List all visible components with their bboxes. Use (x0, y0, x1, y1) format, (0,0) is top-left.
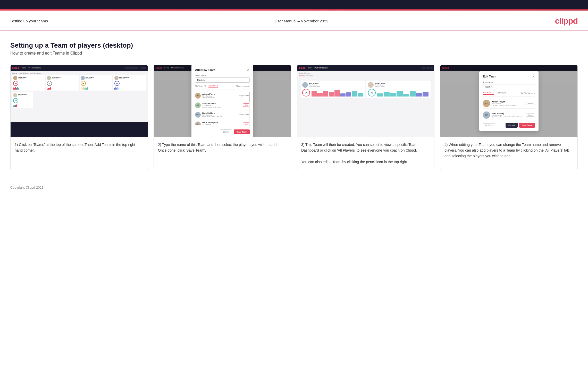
mock-search-bar (125, 67, 138, 69)
scrollbar-thumb (249, 92, 250, 102)
cards-row: clippd Home My Performance Seeing 4 out … (10, 65, 578, 170)
mock-player-card-3: Blair McHarg Plus Handicap 94 (80, 75, 112, 91)
player-row-3: BM Blair McHarg Plus Handicap Royal Nort… (195, 111, 250, 119)
edit-team-name-label: Team Name * (483, 81, 535, 83)
player-row-1: AP Adrian Player Plus Handicap The Shire… (195, 92, 250, 100)
save-team-button[interactable]: Save Team (234, 129, 250, 134)
player-avatar-4: DB (195, 121, 201, 125)
mock-nav-teams: My Performance (28, 67, 41, 69)
player-added-label-1: Player Added (239, 95, 250, 97)
player-avatar-2: AC (195, 102, 201, 108)
edit-team-modal: Edit Team ✕ Team Name * Team A My Team (… (479, 71, 539, 131)
mock-nav-1: clippd Home My Performance (11, 65, 148, 71)
edit-modal-tabs: My Team (2) All Players Filter by name (483, 91, 535, 97)
edit-cancel-button[interactable]: Cancel (506, 123, 518, 128)
mock-td-subtitle: Seeing 2 Players (299, 72, 433, 74)
card-1-screenshot: clippd Home My Performance Seeing 4 out … (11, 65, 148, 137)
mock-td-content: Seeing 2 Players My Team All Players (297, 71, 434, 102)
edit-team-name-input[interactable]: Team A (483, 84, 535, 89)
edit-player-row-2: BM Blair McHarg Plus Handicap Royal Nort… (483, 110, 535, 120)
modal-tabs: My Team (2) All Players Filter by name (195, 85, 250, 90)
mock-content-1: Seeing 4 out of 6 Players from All Playe… (11, 71, 148, 122)
modal-footer: Cancel Save Team (195, 129, 250, 134)
mock-td-tab-all: All Players (306, 75, 313, 77)
tab-all-players[interactable]: All Players (208, 85, 218, 88)
tab-my-team[interactable]: My Team (2) (195, 85, 206, 88)
mock-td-score-2: 72 (368, 89, 376, 97)
main-content: Setting up a Team of players (desktop) H… (0, 31, 588, 183)
mock-section-title: Seeing 4 out of 6 Players from All Playe… (12, 72, 146, 74)
card-3: clippd Home My Performance Seeing 2 Play… (297, 65, 434, 170)
edit-modal-close-icon[interactable]: ✕ (532, 75, 535, 78)
modal-title: Add New Team (195, 68, 215, 71)
mock-player-card-2: Adrian Collins Plus Handicap 0 (46, 75, 79, 91)
edit-tab-all-players[interactable]: All Players (496, 92, 506, 94)
header-section-title: Setting up your teams (10, 19, 48, 23)
footer: Copyright Clippd 2021 (0, 183, 588, 195)
modal-header: Add New Team ✕ (195, 68, 250, 72)
card-3-screenshot: clippd Home My Performance Seeing 2 Play… (297, 65, 434, 137)
card-3-text: 3) This Team will then be created. You c… (297, 137, 434, 170)
mock-td-player-2: Richard Butler Plus Handicap The Shire L… (366, 81, 431, 98)
player-info-3: Blair McHarg Plus Handicap Royal North D… (202, 112, 237, 117)
mock-td-graph-2 (377, 89, 429, 97)
mock-td-player-details-2: Richard Butler Plus Handicap The Shire L… (375, 83, 429, 87)
card-1-text: 1) Click on 'Teams' at the top of the sc… (11, 137, 148, 170)
remove-player-button-2[interactable]: Remove (526, 113, 535, 117)
player-info-1: Adrian Player Plus Handicap The Shire Lo… (202, 93, 237, 98)
card-2: clippd Home My Performance (154, 65, 291, 170)
filter-checkbox[interactable] (236, 85, 238, 87)
player-avatar-3: BM (195, 112, 201, 118)
header: Setting up your teams User Manual – Nove… (0, 11, 588, 31)
copyright-text: Copyright Clippd 2021 (10, 186, 44, 189)
edit-modal-footer: 🗑 Delete Cancel Save Team (483, 123, 535, 128)
filter-label: Filter by name (236, 85, 250, 87)
mock-td-perf: My Performance (314, 67, 327, 69)
card-2-screenshot: clippd Home My Performance (154, 65, 291, 137)
edit-player-info-2: Blair McHarg Plus Handicap Royal North D… (492, 112, 525, 118)
scrollbar[interactable] (249, 92, 250, 128)
team-name-label: Team Name * (195, 74, 250, 77)
edit-player-club-2: Royal North Devon Golf Club, United King… (492, 116, 525, 118)
mock-team-dashboard: clippd Home My Performance Seeing 2 Play… (297, 65, 434, 137)
card-4-screenshot: clippd Edit Team ✕ Team Name * (440, 65, 577, 137)
player-list-items: AP Adrian Player Plus Handicap The Shire… (195, 92, 250, 125)
mock-players-grid: Adrian Coliba Plus Handicap 84 (12, 75, 146, 91)
edit-modal-header: Edit Team ✕ (483, 75, 535, 78)
mock-td-score-1: 94 (302, 89, 310, 97)
mock-td-graph-1 (311, 89, 363, 97)
mock-td-controls (422, 67, 433, 69)
edit-player-name-2: Blair McHarg (492, 112, 525, 115)
edit-modal-overlay: Edit Team ✕ Team Name * Team A My Team (… (440, 65, 577, 137)
edit-player-row-1: AP Adrian Player Plus Handicap The Shire… (483, 99, 535, 109)
player-info-4: Dave Billingham 3.6 Handicap The Dog Mag… (202, 121, 241, 125)
remove-player-button-1[interactable]: Remove (526, 102, 535, 105)
edit-avatar-2: BM (483, 111, 490, 119)
page-subtitle: How to create and edit Teams in Clippd (10, 51, 578, 56)
edit-avatar-1: AP (483, 100, 490, 107)
mock-td-player-top-2: Richard Butler Plus Handicap The Shire L… (368, 82, 429, 88)
mock-td-tabs: My Team All Players (299, 75, 433, 77)
edit-action-buttons: Cancel Save Team (506, 123, 535, 128)
edit-player-club-1: The Shire London, United Kingdom (492, 104, 525, 106)
cancel-button[interactable]: Cancel (220, 129, 232, 134)
mock-bottom-player: Richard Butler Plus Handicap 72 (12, 92, 33, 108)
player-row-4: DB Dave Billingham 3.6 Handicap The Dog … (195, 120, 250, 125)
modal-close-icon[interactable]: ✕ (247, 68, 250, 72)
team-name-input[interactable]: Team A (195, 77, 250, 83)
player-added-label-3: Player Added (239, 114, 250, 116)
edit-save-team-button[interactable]: Save Team (519, 123, 535, 128)
mock-logo: clippd (12, 67, 19, 69)
mock-td-nav: clippd Home My Performance (297, 65, 434, 71)
edit-filter-checkbox[interactable] (521, 92, 523, 94)
mock-player-card-4: Dave Billingham 3.6 Handicap 78 (113, 75, 146, 91)
edit-player-info-1: Adrian Player Plus Handicap The Shire Lo… (492, 101, 525, 106)
player-list: AP Adrian Player Plus Handicap The Shire… (195, 92, 250, 128)
edit-player-name-1: Adrian Player (492, 101, 525, 103)
logo: clippd (555, 16, 578, 26)
trash-icon: 🗑 (485, 124, 487, 126)
delete-team-button[interactable]: 🗑 Delete (483, 123, 495, 127)
edit-tab-my-team[interactable]: My Team (2) (483, 91, 494, 95)
header-manual-title: User Manual – November 2022 (275, 19, 328, 23)
edit-filter: Filter by name (521, 92, 535, 94)
